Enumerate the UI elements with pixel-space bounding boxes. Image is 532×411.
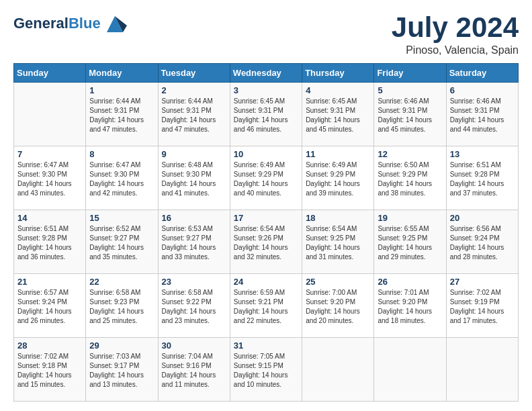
calendar-cell: 31Sunrise: 7:05 AMSunset: 9:15 PMDayligh… bbox=[230, 338, 302, 402]
day-info: Sunrise: 6:58 AMSunset: 9:22 PMDaylight:… bbox=[162, 288, 226, 326]
day-number: 16 bbox=[162, 213, 226, 223]
logo-text: GeneralBlue bbox=[13, 15, 101, 32]
page-header: GeneralBlue July 2024 Pinoso, Valencia, … bbox=[13, 13, 519, 56]
calendar-cell: 11Sunrise: 6:49 AMSunset: 9:29 PMDayligh… bbox=[302, 146, 374, 210]
day-number: 30 bbox=[162, 340, 226, 351]
day-info: Sunrise: 7:04 AMSunset: 9:16 PMDaylight:… bbox=[162, 352, 226, 390]
day-info: Sunrise: 6:46 AMSunset: 9:31 PMDaylight:… bbox=[378, 97, 442, 134]
day-number: 26 bbox=[378, 277, 442, 287]
day-number: 24 bbox=[234, 277, 298, 287]
calendar-cell: 25Sunrise: 7:00 AMSunset: 9:20 PMDayligh… bbox=[302, 274, 374, 338]
week-row-3: 14Sunrise: 6:51 AMSunset: 9:28 PMDayligh… bbox=[14, 210, 519, 274]
weekday-header-sunday: Sunday bbox=[14, 64, 86, 83]
day-info: Sunrise: 7:03 AMSunset: 9:17 PMDaylight:… bbox=[89, 352, 154, 390]
title-block: July 2024 Pinoso, Valencia, Spain bbox=[392, 13, 519, 56]
weekday-header-row: SundayMondayTuesdayWednesdayThursdayFrid… bbox=[14, 64, 519, 83]
weekday-header-wednesday: Wednesday bbox=[230, 64, 302, 83]
day-number: 28 bbox=[17, 340, 82, 351]
calendar-table: SundayMondayTuesdayWednesdayThursdayFrid… bbox=[13, 63, 519, 402]
logo-icon bbox=[103, 13, 127, 34]
calendar-cell bbox=[14, 83, 86, 146]
day-info: Sunrise: 6:46 AMSunset: 9:31 PMDaylight:… bbox=[450, 97, 515, 134]
day-info: Sunrise: 6:44 AMSunset: 9:31 PMDaylight:… bbox=[162, 97, 226, 134]
calendar-cell: 9Sunrise: 6:48 AMSunset: 9:30 PMDaylight… bbox=[158, 146, 230, 210]
day-info: Sunrise: 6:59 AMSunset: 9:21 PMDaylight:… bbox=[234, 288, 298, 326]
calendar-cell: 1Sunrise: 6:44 AMSunset: 9:31 PMDaylight… bbox=[86, 83, 158, 146]
calendar-cell: 24Sunrise: 6:59 AMSunset: 9:21 PMDayligh… bbox=[230, 274, 302, 338]
calendar-cell: 18Sunrise: 6:54 AMSunset: 9:25 PMDayligh… bbox=[302, 210, 374, 274]
calendar-cell: 14Sunrise: 6:51 AMSunset: 9:28 PMDayligh… bbox=[14, 210, 86, 274]
calendar-cell: 28Sunrise: 7:02 AMSunset: 9:18 PMDayligh… bbox=[14, 338, 86, 402]
week-row-2: 7Sunrise: 6:47 AMSunset: 9:30 PMDaylight… bbox=[14, 146, 519, 210]
day-info: Sunrise: 6:52 AMSunset: 9:27 PMDaylight:… bbox=[89, 224, 154, 262]
calendar-cell: 27Sunrise: 7:02 AMSunset: 9:19 PMDayligh… bbox=[446, 274, 518, 338]
day-info: Sunrise: 6:45 AMSunset: 9:31 PMDaylight:… bbox=[234, 97, 298, 134]
day-number: 22 bbox=[89, 277, 154, 287]
calendar-cell: 3Sunrise: 6:45 AMSunset: 9:31 PMDaylight… bbox=[230, 83, 302, 146]
day-number: 14 bbox=[17, 213, 82, 223]
calendar-cell: 8Sunrise: 6:47 AMSunset: 9:30 PMDaylight… bbox=[86, 146, 158, 210]
day-number: 11 bbox=[306, 149, 370, 159]
calendar-cell: 13Sunrise: 6:51 AMSunset: 9:28 PMDayligh… bbox=[446, 146, 518, 210]
day-info: Sunrise: 7:01 AMSunset: 9:20 PMDaylight:… bbox=[378, 288, 442, 326]
day-number: 17 bbox=[234, 213, 298, 223]
week-row-1: 1Sunrise: 6:44 AMSunset: 9:31 PMDaylight… bbox=[14, 83, 519, 146]
day-number: 4 bbox=[306, 85, 370, 95]
day-info: Sunrise: 6:51 AMSunset: 9:28 PMDaylight:… bbox=[17, 224, 82, 262]
day-info: Sunrise: 7:02 AMSunset: 9:18 PMDaylight:… bbox=[17, 352, 82, 390]
day-number: 5 bbox=[378, 85, 442, 95]
weekday-header-friday: Friday bbox=[374, 64, 446, 83]
day-number: 29 bbox=[89, 340, 154, 351]
day-info: Sunrise: 6:48 AMSunset: 9:30 PMDaylight:… bbox=[162, 161, 226, 198]
calendar-cell: 30Sunrise: 7:04 AMSunset: 9:16 PMDayligh… bbox=[158, 338, 230, 402]
calendar-cell: 22Sunrise: 6:58 AMSunset: 9:23 PMDayligh… bbox=[86, 274, 158, 338]
day-number: 10 bbox=[234, 149, 298, 159]
month-title: July 2024 bbox=[392, 13, 519, 42]
day-number: 7 bbox=[17, 149, 82, 159]
day-info: Sunrise: 6:49 AMSunset: 9:29 PMDaylight:… bbox=[306, 161, 370, 198]
calendar-cell: 12Sunrise: 6:50 AMSunset: 9:29 PMDayligh… bbox=[374, 146, 446, 210]
day-number: 6 bbox=[450, 85, 515, 95]
day-info: Sunrise: 6:47 AMSunset: 9:30 PMDaylight:… bbox=[17, 161, 82, 198]
day-number: 27 bbox=[450, 277, 515, 287]
day-number: 12 bbox=[378, 149, 442, 159]
day-number: 25 bbox=[306, 277, 370, 287]
calendar-cell: 2Sunrise: 6:44 AMSunset: 9:31 PMDaylight… bbox=[158, 83, 230, 146]
day-info: Sunrise: 6:49 AMSunset: 9:29 PMDaylight:… bbox=[234, 161, 298, 198]
day-info: Sunrise: 6:54 AMSunset: 9:25 PMDaylight:… bbox=[306, 224, 370, 262]
calendar-cell bbox=[446, 338, 518, 402]
calendar-cell: 16Sunrise: 6:53 AMSunset: 9:27 PMDayligh… bbox=[158, 210, 230, 274]
day-number: 8 bbox=[89, 149, 154, 159]
logo: GeneralBlue bbox=[13, 13, 127, 34]
weekday-header-tuesday: Tuesday bbox=[158, 64, 230, 83]
weekday-header-monday: Monday bbox=[86, 64, 158, 83]
weekday-header-saturday: Saturday bbox=[446, 64, 518, 83]
day-info: Sunrise: 6:47 AMSunset: 9:30 PMDaylight:… bbox=[89, 161, 154, 198]
day-number: 18 bbox=[306, 213, 370, 223]
calendar-cell: 21Sunrise: 6:57 AMSunset: 9:24 PMDayligh… bbox=[14, 274, 86, 338]
calendar-cell bbox=[374, 338, 446, 402]
day-info: Sunrise: 6:50 AMSunset: 9:29 PMDaylight:… bbox=[378, 161, 442, 198]
calendar-cell: 19Sunrise: 6:55 AMSunset: 9:25 PMDayligh… bbox=[374, 210, 446, 274]
day-info: Sunrise: 6:51 AMSunset: 9:28 PMDaylight:… bbox=[450, 161, 515, 198]
calendar-cell: 15Sunrise: 6:52 AMSunset: 9:27 PMDayligh… bbox=[86, 210, 158, 274]
day-number: 31 bbox=[234, 340, 298, 351]
day-number: 23 bbox=[162, 277, 226, 287]
week-row-5: 28Sunrise: 7:02 AMSunset: 9:18 PMDayligh… bbox=[14, 338, 519, 402]
day-info: Sunrise: 7:02 AMSunset: 9:19 PMDaylight:… bbox=[450, 288, 515, 326]
day-info: Sunrise: 6:53 AMSunset: 9:27 PMDaylight:… bbox=[162, 224, 226, 262]
calendar-cell bbox=[302, 338, 374, 402]
day-number: 15 bbox=[89, 213, 154, 223]
day-number: 13 bbox=[450, 149, 515, 159]
day-info: Sunrise: 7:00 AMSunset: 9:20 PMDaylight:… bbox=[306, 288, 370, 326]
day-info: Sunrise: 6:56 AMSunset: 9:24 PMDaylight:… bbox=[450, 224, 515, 262]
calendar-cell: 23Sunrise: 6:58 AMSunset: 9:22 PMDayligh… bbox=[158, 274, 230, 338]
day-number: 21 bbox=[17, 277, 82, 287]
calendar-cell: 26Sunrise: 7:01 AMSunset: 9:20 PMDayligh… bbox=[374, 274, 446, 338]
day-info: Sunrise: 6:55 AMSunset: 9:25 PMDaylight:… bbox=[378, 224, 442, 262]
calendar-cell: 6Sunrise: 6:46 AMSunset: 9:31 PMDaylight… bbox=[446, 83, 518, 146]
day-info: Sunrise: 6:45 AMSunset: 9:31 PMDaylight:… bbox=[306, 97, 370, 134]
day-info: Sunrise: 6:44 AMSunset: 9:31 PMDaylight:… bbox=[89, 97, 154, 134]
day-number: 2 bbox=[162, 85, 226, 95]
day-number: 9 bbox=[162, 149, 226, 159]
